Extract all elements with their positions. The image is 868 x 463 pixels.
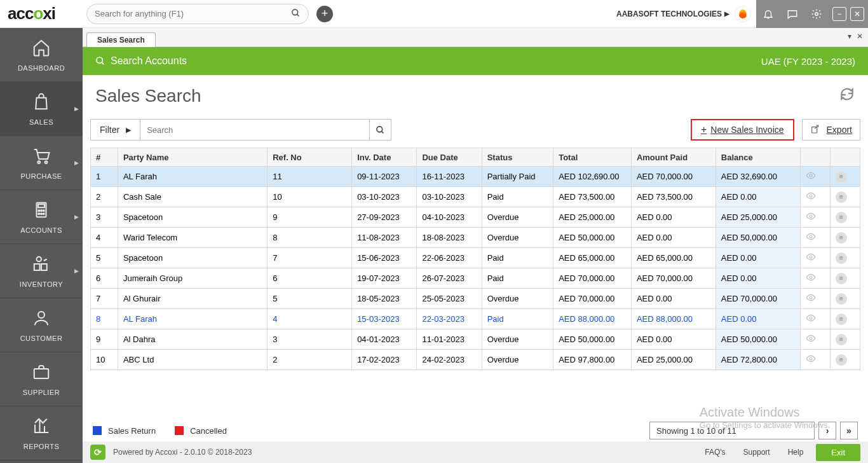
cell-view[interactable] <box>800 268 830 289</box>
col-balance[interactable]: Balance <box>715 148 800 167</box>
eye-icon[interactable] <box>806 315 816 325</box>
nav-customer[interactable]: CUSTOMER <box>0 298 83 352</box>
tab-sales-search[interactable]: Sales Search <box>86 32 156 47</box>
eye-icon[interactable] <box>806 335 816 345</box>
table-row[interactable]: 4Warid Telecom811-08-202318-08-2023Overd… <box>91 228 860 248</box>
menu-icon[interactable]: ≡ <box>836 252 847 264</box>
cell-view[interactable] <box>800 329 830 350</box>
col-party[interactable]: Party Name <box>118 148 267 167</box>
export-button[interactable]: Export <box>802 119 860 141</box>
eye-icon[interactable] <box>806 274 816 284</box>
global-search[interactable] <box>86 4 309 24</box>
menu-icon[interactable]: ≡ <box>836 354 847 366</box>
col-duedate[interactable]: Due Date <box>417 148 482 167</box>
exit-button[interactable]: Exit <box>816 444 860 461</box>
nav-label: CUSTOMER <box>20 335 63 342</box>
cell-index: 3 <box>91 207 118 228</box>
pager-next-button[interactable]: › <box>818 422 836 439</box>
tab-dropdown-icon[interactable]: ▾ <box>848 32 851 41</box>
cell-view[interactable] <box>800 207 830 228</box>
footer-faq-link[interactable]: FAQ's <box>705 448 725 457</box>
nav-inventory[interactable]: INVENTORY ▶ <box>0 244 83 298</box>
table-row[interactable]: 10ABC Ltd217-02-202324-02-2023OverdueAED… <box>91 350 860 370</box>
nav-purchase[interactable]: PURCHASE ▶ <box>0 136 83 190</box>
cell-view[interactable] <box>800 167 830 187</box>
footer-help-link[interactable]: Help <box>788 448 804 457</box>
cell-view[interactable] <box>800 289 830 309</box>
cell-menu[interactable]: ≡ <box>830 187 860 207</box>
cell-view[interactable] <box>800 350 830 370</box>
footer-support-link[interactable]: Support <box>743 448 770 457</box>
cell-menu[interactable]: ≡ <box>830 207 860 228</box>
cell-menu[interactable]: ≡ <box>830 350 860 370</box>
nav-accounts[interactable]: ACCOUNTS ▶ <box>0 190 83 244</box>
global-search-input[interactable] <box>95 9 291 18</box>
minimize-button[interactable]: − <box>832 7 846 21</box>
menu-icon[interactable]: ≡ <box>836 191 847 203</box>
filter-search-input[interactable] <box>140 120 369 140</box>
eye-icon[interactable] <box>806 233 816 244</box>
search-button[interactable] <box>370 119 391 141</box>
col-menu <box>830 148 860 167</box>
table-row[interactable]: 5Spacetoon715-06-202322-06-2023PaidAED 6… <box>91 248 860 268</box>
cell-total: AED 50,000.00 <box>553 228 632 248</box>
search-icon[interactable] <box>291 8 301 20</box>
table-row[interactable]: 9Al Dahra304-01-202311-01-2023OverdueAED… <box>91 329 860 350</box>
nav-dashboard[interactable]: DASHBOARD <box>0 28 83 82</box>
col-invdate[interactable]: Inv. Date <box>352 148 417 167</box>
col-status[interactable]: Status <box>482 148 553 167</box>
menu-icon[interactable]: ≡ <box>836 212 847 223</box>
svg-rect-22 <box>811 127 817 132</box>
cell-menu[interactable]: ≡ <box>830 167 860 187</box>
cell-menu[interactable]: ≡ <box>830 248 860 268</box>
col-index[interactable]: # <box>91 148 118 167</box>
menu-icon[interactable]: ≡ <box>836 232 847 244</box>
menu-icon[interactable]: ≡ <box>836 171 847 183</box>
eye-icon[interactable] <box>806 193 816 203</box>
nav-supplier[interactable]: SUPPLIER <box>0 352 83 406</box>
add-button[interactable]: + <box>316 6 333 22</box>
eye-icon[interactable] <box>806 213 816 223</box>
col-paid[interactable]: Amount Paid <box>631 148 715 167</box>
new-sales-invoice-button[interactable]: + New Sales Invoice <box>691 119 794 141</box>
cell-view[interactable] <box>800 248 830 268</box>
eye-icon[interactable] <box>806 172 816 183</box>
table-row[interactable]: 6Jumeraih Group619-07-202326-07-2023Paid… <box>91 268 860 289</box>
company-selector[interactable]: AABASOFT TECHNOLOGIES ▶ <box>616 10 729 18</box>
col-total[interactable]: Total <box>553 148 632 167</box>
nav-sales[interactable]: SALES ▶ <box>0 82 83 136</box>
cell-menu[interactable]: ≡ <box>830 289 860 309</box>
nav-reports[interactable]: REPORTS <box>0 406 83 460</box>
menu-icon[interactable]: ≡ <box>836 334 847 345</box>
menu-icon[interactable]: ≡ <box>836 314 847 325</box>
table-row[interactable]: 3Spacetoon927-09-202304-10-2023OverdueAE… <box>91 207 860 228</box>
eye-icon[interactable] <box>806 356 816 366</box>
bell-icon[interactable] <box>756 0 780 28</box>
chat-icon[interactable] <box>780 0 804 28</box>
table-row[interactable]: 7Al Ghurair518-05-202325-05-2023OverdueA… <box>91 289 860 309</box>
gear-icon[interactable] <box>804 0 829 28</box>
cell-menu[interactable]: ≡ <box>830 329 860 350</box>
menu-icon[interactable]: ≡ <box>836 293 847 305</box>
flame-icon[interactable] <box>735 6 751 22</box>
pager-last-button[interactable]: » <box>840 422 858 439</box>
eye-icon[interactable] <box>806 254 816 264</box>
col-ref[interactable]: Ref. No <box>268 148 352 167</box>
cell-menu[interactable]: ≡ <box>830 228 860 248</box>
table-row[interactable]: 8AL Farah415-03-202322-03-2023PaidAED 88… <box>91 309 860 329</box>
filter-button[interactable]: Filter ▶ <box>91 120 140 140</box>
menu-icon[interactable]: ≡ <box>836 273 847 284</box>
cell-view[interactable] <box>800 309 830 329</box>
cell-status: Partially Paid <box>482 167 553 187</box>
cell-menu[interactable]: ≡ <box>830 309 860 329</box>
cell-view[interactable] <box>800 187 830 207</box>
close-button[interactable]: ✕ <box>850 7 864 21</box>
eye-icon[interactable] <box>806 294 816 305</box>
tab-close-icon[interactable]: ✕ <box>857 32 863 41</box>
cell-menu[interactable]: ≡ <box>830 268 860 289</box>
refresh-icon[interactable] <box>839 86 855 106</box>
cell-view[interactable] <box>800 228 830 248</box>
svg-point-24 <box>810 195 812 197</box>
table-row[interactable]: 2Cash Sale1003-10-202303-10-2023PaidAED … <box>91 187 860 207</box>
table-row[interactable]: 1AL Farah1109-11-202316-11-2023Partially… <box>91 167 860 187</box>
